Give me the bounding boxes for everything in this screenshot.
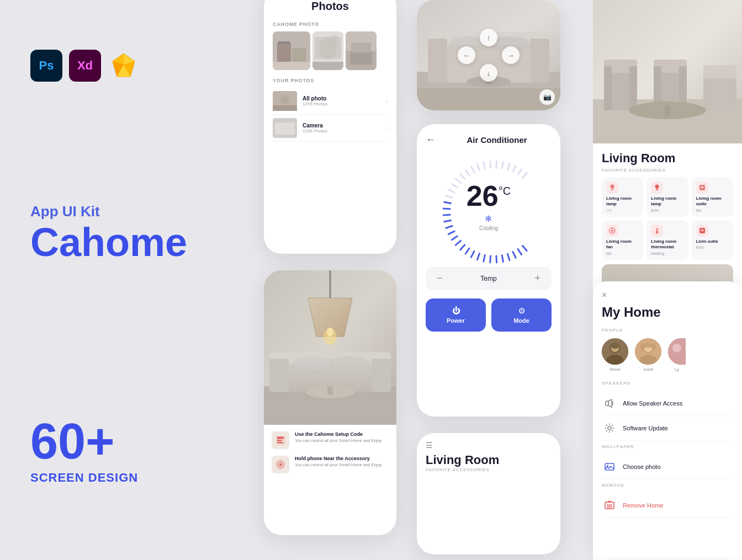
svg-line-64: [477, 253, 479, 259]
mode-button[interactable]: ⊙ Mode: [491, 298, 552, 332]
ac-snowflake: ❄: [485, 214, 492, 223]
svg-marker-147: [608, 399, 612, 407]
acc-lamp-60[interactable]: Living room lamp 60%: [646, 177, 688, 217]
svg-rect-114: [702, 186, 703, 188]
wallpaper-section-label: WALLPAPER: [602, 444, 733, 449]
svg-point-118: [656, 231, 659, 233]
svg-line-68: [455, 241, 460, 245]
camera-item[interactable]: Camera 1259 Photos ›: [273, 115, 388, 142]
svg-rect-152: [608, 501, 611, 502]
camera-count: 1259 Photos: [303, 129, 380, 134]
ac-title: Air Conditioner: [442, 135, 552, 145]
ac-temp-controls: − Temp +: [426, 267, 552, 290]
avatar-josie: [635, 338, 661, 365]
ac-mode: Cooling: [467, 225, 511, 231]
svg-line-61: [496, 256, 497, 263]
arrow-left-button[interactable]: ←: [458, 46, 475, 64]
robot-screen: ↑ ← → ↓ 📷: [417, 0, 560, 110]
svg-rect-49: [428, 39, 447, 83]
people-row: Steve Josie: [602, 338, 733, 372]
svg-rect-40: [277, 440, 282, 441]
svg-rect-30: [372, 359, 391, 392]
outlet-60-icon: [698, 227, 706, 234]
svg-rect-50: [530, 39, 549, 83]
svg-point-31: [293, 356, 335, 370]
temp-plus-button[interactable]: +: [534, 273, 540, 284]
svg-rect-121: [699, 228, 705, 233]
svg-line-67: [460, 245, 465, 250]
svg-line-73: [443, 215, 450, 215]
accessories-grid: Living room lamp Off Living room lamp 60…: [593, 177, 742, 260]
choose-photo-item[interactable]: Choose photo: [602, 455, 733, 479]
svg-rect-55: [417, 88, 560, 110]
svg-line-88: [507, 163, 510, 169]
temp-minus-button[interactable]: −: [437, 273, 443, 284]
all-photo-item[interactable]: All photo 1259 Photos ›: [273, 88, 388, 115]
screen-count: 60+: [30, 417, 262, 466]
svg-point-32: [328, 356, 370, 370]
photo-thumb-1: [273, 31, 310, 70]
left-panel: Ps Xd App UI Kit Cahome 60+ SCREEN DESIG…: [30, 0, 262, 560]
my-home-panel: × My Home PEOPLE Steve: [593, 281, 742, 557]
remove-home-item[interactable]: Remove Home: [602, 493, 733, 518]
arrow-down-button[interactable]: ↓: [480, 64, 497, 82]
adobe-xd-icon: Xd: [69, 50, 101, 82]
software-update-label: Software Update: [623, 425, 668, 431]
svg-line-57: [518, 249, 521, 254]
thermostat-icon: [653, 227, 661, 234]
svg-rect-10: [273, 62, 310, 70]
svg-point-148: [608, 426, 611, 430]
ac-screen: ← Air Conditioner 26 °C ❄ Cooling − Temp: [417, 124, 560, 417]
svg-rect-111: [656, 190, 659, 190]
acc-lamp-off[interactable]: Living room lamp Off: [602, 177, 643, 217]
svg-rect-34: [327, 386, 333, 394]
ac-action-buttons: ⏻ Power ⊙ Mode: [426, 298, 552, 332]
svg-line-83: [477, 164, 479, 170]
acc-outlet-60[interactable]: Livin outle 60%: [692, 220, 733, 260]
svg-point-21: [280, 95, 289, 104]
living-room-bottom: ☰ Living Room Favorite Accessories: [417, 433, 560, 554]
svg-line-90: [518, 169, 521, 174]
svg-rect-149: [605, 463, 614, 470]
right-room-image: [593, 0, 742, 143]
person-ly: Ly: [668, 338, 686, 372]
svg-point-150: [607, 465, 608, 467]
arrow-right-button[interactable]: →: [502, 46, 520, 64]
right-room-title: Living Room: [593, 143, 742, 168]
svg-line-65: [471, 251, 474, 257]
app-title: Cahome: [30, 222, 262, 262]
remove-section-label: REMOVE: [602, 483, 733, 488]
svg-rect-9: [292, 48, 306, 62]
people-section-label: PEOPLE: [602, 328, 733, 333]
ac-back-button[interactable]: ←: [426, 134, 436, 146]
svg-rect-41: [277, 442, 283, 443]
arrow-up-button[interactable]: ↑: [480, 29, 497, 46]
svg-line-80: [460, 174, 465, 179]
setup-image: ×: [264, 270, 396, 425]
svg-rect-112: [699, 185, 705, 190]
allow-speaker-item[interactable]: Allow Speaker Access: [602, 391, 733, 416]
screen-label: SCREEN DESIGN: [30, 471, 262, 485]
fav-accessories-label: Favorite Accessories: [426, 467, 552, 472]
svg-rect-8: [278, 41, 290, 44]
camera-button[interactable]: 📷: [539, 89, 555, 105]
svg-rect-39: [277, 437, 284, 439]
acc-fan[interactable]: Living room fan On: [602, 220, 643, 260]
setup-item1-title: Use the Cahome Setup Code: [295, 431, 381, 437]
person-steve: Steve: [602, 338, 628, 372]
svg-line-76: [446, 196, 452, 198]
svg-rect-96: [604, 66, 612, 110]
svg-line-82: [471, 167, 474, 173]
speakers-section-label: SPEAKERS: [602, 381, 733, 386]
svg-line-84: [484, 162, 485, 169]
svg-line-62: [490, 256, 491, 263]
svg-rect-107: [612, 188, 613, 190]
acc-outlet-on[interactable]: Living room outle On: [692, 177, 733, 217]
acc-thermostat[interactable]: Living room thermostat Heating: [646, 220, 688, 260]
all-photo-name: All photo: [303, 95, 380, 102]
my-home-title: My Home: [602, 305, 733, 320]
power-button[interactable]: ⏻ Power: [426, 298, 486, 332]
my-home-close-button[interactable]: ×: [602, 290, 733, 300]
svg-line-89: [513, 166, 516, 172]
software-update-item[interactable]: Software Update: [602, 416, 733, 441]
